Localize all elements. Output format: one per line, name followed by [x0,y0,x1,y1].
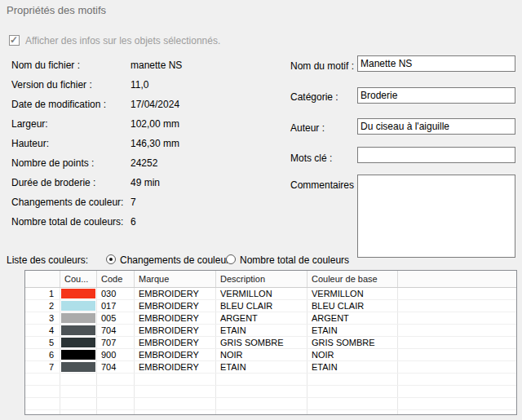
base-color-cell [307,386,398,397]
spacer-cell [398,300,516,312]
comments-field[interactable] [357,175,515,258]
column-header[interactable] [398,271,516,287]
file-info-label: Nom du fichier : [11,60,80,71]
base-color-cell: NOIR [307,349,398,360]
file-info-label: Durée de broderie : [11,177,95,188]
table-row[interactable]: 1030EMBROIDERYVERMILLONVERMILLON [25,288,516,300]
code-cell: 707 [97,337,135,348]
color-swatch-cell [60,337,97,348]
spacer-cell [398,312,516,324]
show-selected-info-checkbox-label: Afficher des infos sur les objets sélect… [25,35,220,46]
color-swatch-cell [60,410,97,415]
base-color-cell [307,410,398,415]
file-info-label: Nombre de points : [11,157,94,169]
row-number-cell: 3 [25,312,60,324]
base-color-cell [307,398,398,409]
color-swatch [61,289,95,298]
keywords-field[interactable] [357,147,515,163]
color-swatch [61,350,95,360]
column-header[interactable]: Marque [135,271,216,287]
file-info-value: 102,00 mm [130,118,179,130]
color-swatch [61,301,95,311]
color-swatch-cell [60,300,97,312]
description-cell: ETAIN [216,361,307,373]
category-field[interactable] [357,87,515,104]
code-cell [97,410,135,415]
table-row[interactable]: 3005EMBROIDERYARGENTARGENT [25,312,516,325]
table-row[interactable]: 5707EMBROIDERYGRIS SOMBREGRIS SOMBRE [25,337,516,349]
author-label: Auteur : [290,122,325,134]
column-header[interactable]: Code [97,271,135,287]
motif-name-field[interactable] [357,55,515,72]
file-info-label: Version du fichier : [11,79,92,91]
row-number-cell [25,398,60,409]
file-info-value: 146,30 mm [130,138,179,149]
color-list-label: Liste des couleurs: [7,254,88,266]
column-header[interactable]: Couleur de base [307,271,398,287]
table-row[interactable]: 2017EMBROIDERYBLEU CLAIRBLEU CLAIR [25,300,516,312]
spacer-cell [398,361,516,373]
brand-cell [135,398,216,409]
code-cell: 704 [97,325,135,336]
author-field[interactable] [357,118,515,135]
base-color-cell [307,374,398,385]
brand-cell: EMBROIDERY [135,349,216,360]
page-title: Propriétés des motifs [7,4,106,16]
spacer-cell [398,374,516,385]
radio-color-changes[interactable] [106,254,116,264]
row-number-cell: 5 [25,337,60,348]
color-table: Cou...CodeMarqueDescriptionCouleur de ba… [24,270,517,415]
category-label: Catégorie : [290,91,338,103]
table-row[interactable]: 4704EMBROIDERYETAINETAIN [25,325,516,337]
code-cell: 900 [97,349,135,360]
empty-table-row[interactable] [25,410,516,415]
row-number-cell: 7 [25,361,60,373]
spacer-cell [398,410,516,415]
brand-cell: EMBROIDERY [135,312,216,324]
column-header[interactable]: Cou... [60,271,97,287]
brand-cell [135,386,216,397]
description-cell [216,386,307,397]
base-color-cell: GRIS SOMBRE [307,337,398,348]
spacer-cell [398,386,516,397]
row-number-cell [25,410,60,415]
file-info-label: Nombre total de couleurs: [11,216,123,228]
brand-cell: EMBROIDERY [135,300,216,312]
row-number-cell: 4 [25,325,60,336]
color-table-body: 1030EMBROIDERYVERMILLONVERMILLON2017EMBR… [25,288,516,415]
table-row[interactable]: 6900EMBROIDERYNOIRNOIR [25,349,516,361]
code-cell: 704 [97,361,135,373]
motif-name-label: Nom du motif : [290,60,354,72]
table-row[interactable]: 7704EMBROIDERYETAINETAIN [25,361,516,374]
description-cell: ARGENT [216,312,307,324]
code-cell: 017 [97,300,135,312]
empty-table-row[interactable] [25,386,516,398]
base-color-cell: ETAIN [307,361,398,373]
spacer-cell [398,398,516,409]
description-cell: NOIR [216,349,307,360]
brand-cell [135,410,216,415]
empty-table-row[interactable] [25,374,516,386]
description-cell [216,410,307,415]
code-cell [97,386,135,397]
file-info-label: Changements de couleur: [11,197,123,208]
file-info-value: manette NS [130,60,182,71]
description-cell: BLEU CLAIR [216,300,307,312]
radio-total-colors[interactable] [226,254,236,264]
description-cell: GRIS SOMBRE [216,337,307,348]
spacer-cell [398,325,516,336]
row-number-cell: 6 [25,349,60,360]
empty-table-row[interactable] [25,398,516,410]
file-info-value: 6 [130,216,136,228]
file-info-value: 49 min [130,177,160,188]
color-swatch [61,362,95,372]
radio-dot [109,258,113,261]
base-color-cell: BLEU CLAIR [307,300,398,312]
column-header[interactable]: Description [216,271,307,287]
description-cell: VERMILLON [216,288,307,299]
file-info-label: Hauteur: [11,138,49,149]
radio-label: Changements de couleur [120,254,229,266]
color-swatch-cell [60,386,97,397]
column-header[interactable] [25,271,60,287]
file-info-label: Largeur: [11,118,48,130]
